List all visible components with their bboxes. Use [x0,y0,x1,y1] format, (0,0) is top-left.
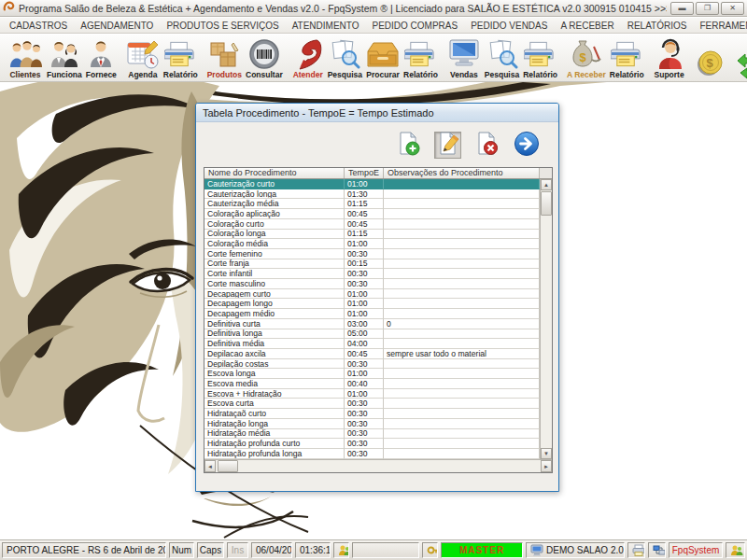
pesquisa-vendas-button[interactable]: Pesquisa [483,35,521,80]
menu-item-pedido-compras[interactable]: PEDIDO COMPRAS [365,18,464,33]
edit-record-button[interactable] [434,132,461,159]
menu-item-relat-rios[interactable]: RELATÓRIOS [621,18,694,33]
table-row[interactable]: Coloração aplicação00:45 [204,209,540,219]
table-row[interactable]: Coloração longa01:15 [204,230,540,240]
suporte-button[interactable]: Suporte [652,35,687,80]
funcionario-button[interactable]: Funciona [45,35,84,80]
sair-button[interactable]: EXIT [733,35,747,80]
menu-item-pedido-vendas[interactable]: PEDIDO VENDAS [464,18,554,33]
svg-text:$: $ [707,56,714,70]
table-row[interactable]: Corte femenino00:30 [204,249,540,259]
column-header-nome[interactable]: Nome do Procedimento [204,168,345,178]
relatorio-a-receber-button[interactable]: Relatório [608,35,646,80]
table-row[interactable]: Escova longa01:00 [204,369,540,379]
table-row[interactable]: Depilação costas00:30 [204,359,540,370]
table-row[interactable]: Cauterização média01:15 [204,199,540,209]
table-row[interactable]: Escova curta00:30 [204,399,540,409]
procedure-table-window: Tabela Procedimento - TempoE = Tempo Est… [195,103,559,492]
scroll-down-icon[interactable]: ▼ [541,448,552,459]
table-row[interactable]: Hidratação profunda curto00:30 [204,439,540,449]
agenda-button[interactable]: Agenda [124,35,162,80]
table-row[interactable]: Corte infantil00:30 [204,269,540,279]
table-row[interactable]: Hidratação longa00:30 [204,419,540,429]
status-text-location: PORTO ALEGRE - RS 6 de Abril de 2015 - S… [7,545,166,555]
drawer-icon [366,37,400,70]
tempoe-cell: 01:15 [345,230,384,240]
key-mini-icon [427,544,438,556]
atender-button[interactable]: Atender [290,35,326,80]
table-row[interactable]: Hidrataçaõ curto00:30 [204,409,540,419]
table-row[interactable]: Cauterização curto01:00 [204,179,540,189]
close-button[interactable]: ✕ [721,2,744,15]
column-header-tempoe[interactable]: TempoE [345,168,384,178]
table-row[interactable]: Definitiva longa05:00 [204,329,540,340]
menu-item-ferramentas[interactable]: FERRAMENTAS [693,18,747,33]
table-row[interactable]: Definitiva curta03:000 [204,319,540,329]
staff-icon [49,37,80,70]
table-row[interactable]: Hidratação média00:30 [204,429,540,440]
vendas-button[interactable]: Vendas [445,35,483,80]
horizontal-scrollbar[interactable]: ◄ ► [204,459,552,472]
consultar-button[interactable]: Consultar [244,35,285,80]
table-row[interactable]: Escova media00:40 [204,379,540,389]
horizontal-scroll-thumb[interactable] [218,460,238,472]
table-row[interactable]: Coloração média01:00 [204,239,540,249]
table-row[interactable]: Depilacao axcila00:45sempre usar todo o … [204,349,540,359]
vertical-scroll-thumb[interactable] [541,191,552,216]
scroll-left-icon[interactable]: ◄ [204,460,216,472]
table-row[interactable]: Decapagem longo01:00 [204,299,540,309]
clientes-button[interactable]: Clientes [6,35,45,80]
app-logo-icon [3,0,15,17]
procedure-name-cell: Coloração aplicação [204,209,345,219]
tempoe-cell: 00:45 [345,209,384,219]
moeda-button[interactable]: $ [693,35,727,80]
delete-record-button[interactable] [473,132,500,159]
calendar-icon [126,37,160,70]
tempoe-cell: 00:30 [345,439,384,449]
column-header-observacoes[interactable]: Observações do Procedimento [384,168,540,178]
tempoe-cell: 01:00 [345,309,384,319]
table-row[interactable]: Escova + Hidratação01:00 [204,389,540,399]
menu-item-agendamento[interactable]: AGENDAMENTO [74,18,160,33]
table-row[interactable]: Hidratação profunda longa00:30 [204,449,540,459]
scroll-up-icon[interactable]: ▲ [541,179,552,190]
menu-item-a-receber[interactable]: A RECEBER [554,18,620,33]
vertical-scrollbar[interactable]: ▲ ▼ [540,179,552,459]
next-record-button[interactable] [513,132,540,159]
tempoe-cell: 05:00 [345,329,384,340]
printer-icon [164,37,197,70]
minimize-button[interactable]: ▬ [670,2,694,15]
menu-item-cadastros[interactable]: CADASTROS [3,18,74,33]
relatorio-atendimento-button[interactable]: Relatório [402,35,440,80]
ribbon-icon [292,37,324,70]
status-panel-demo: DEMO SALAO 2.0 [526,542,625,558]
menu-item-produtos-e-servi-os[interactable]: PRODUTOS E SERVIÇOS [160,18,285,33]
pesquisa-atendimento-button[interactable]: Pesquisa [326,35,364,80]
table-row[interactable]: Coloração curto00:45 [204,219,540,230]
procurar-button[interactable]: Procurar [364,35,402,80]
relatorio-agenda-button[interactable]: Relatório [162,35,200,80]
relatorio-vendas-button[interactable]: Relatório [521,35,559,80]
status-panel-group-2 [726,542,745,558]
status-panel-fpqsystem: FpqSystem [669,542,723,558]
table-row[interactable]: Corte masculino00:30 [204,279,540,289]
app-title-bar: Programa Salão de Beleza & Estética + Ag… [0,0,747,17]
add-record-button[interactable] [395,132,422,159]
table-row[interactable]: Cauterização longa01:30 [204,189,540,200]
produtos-button[interactable]: Produtos [205,35,244,80]
observacao-cell [384,279,540,289]
status-panel-caps-lock: Caps [197,542,224,558]
a-receber-button[interactable]: $A Receber [565,35,608,80]
restore-button[interactable]: ❐ [696,2,719,15]
menu-item-atendimento[interactable]: ATENDIMENTO [286,18,366,33]
procedure-name-cell: Decapagem longo [204,299,345,309]
table-row[interactable]: Corte franja00:15 [204,259,540,270]
fornecedor-button[interactable]: Fornece [84,35,119,80]
observacao-cell [384,249,540,259]
observacao-cell [384,269,540,279]
dialog-title-bar[interactable]: Tabela Procedimento - TempoE = Tempo Est… [196,104,558,122]
scroll-right-icon[interactable]: ► [541,460,552,472]
table-row[interactable]: Decapagem médio01:00 [204,309,540,319]
table-row[interactable]: Decapagem curto01:00 [204,289,540,300]
table-row[interactable]: Definitiva média04:00 [204,339,540,349]
